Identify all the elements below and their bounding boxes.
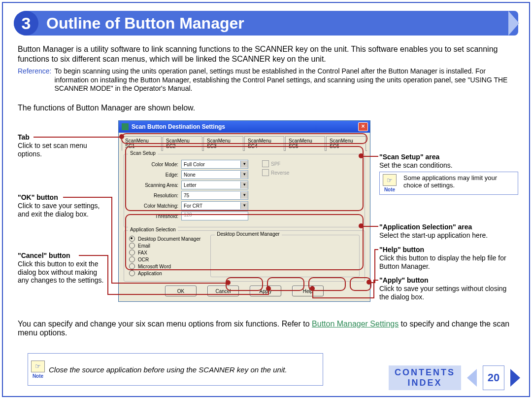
contents-index-box: CONTENTS INDEX bbox=[389, 365, 461, 390]
header-chevron-icon bbox=[508, 11, 519, 36]
scan-setup-legend: Scan Setup bbox=[128, 150, 158, 156]
callout-apply-desc: Click to save your settings without clos… bbox=[379, 285, 506, 301]
dot-ok bbox=[226, 280, 231, 285]
small-note-box: ☞ Note Some applications may limit your … bbox=[379, 172, 518, 195]
callout-cancel-desc: Click this button to exit the dialog box… bbox=[18, 260, 103, 285]
select-scan-area[interactable]: Letter▾ bbox=[181, 181, 248, 189]
radio-fax[interactable] bbox=[129, 250, 135, 255]
tab-sc5[interactable]: ScanMenu SC5 bbox=[285, 136, 325, 151]
label-color-matching: Color Matching: bbox=[129, 203, 178, 209]
callout-app-selection: "Application Selection" area Select the … bbox=[379, 223, 512, 240]
tab-sc2[interactable]: ScanMenu SC2 bbox=[163, 136, 202, 151]
prev-page-arrow-icon[interactable] bbox=[467, 369, 477, 387]
dropdown-arrow-icon: ▾ bbox=[240, 181, 248, 188]
select-resolution[interactable]: 75▾ bbox=[181, 191, 248, 200]
help-button[interactable]: Help bbox=[292, 286, 324, 296]
line-apply-h2 bbox=[373, 280, 378, 281]
app-preview-box: Desktop Document Manager bbox=[210, 235, 360, 277]
checkbox-reverse[interactable] bbox=[262, 169, 269, 176]
bottom-p1: You can specify and change your six scan… bbox=[18, 320, 312, 328]
callout-apply: "Apply" button Click to save your settin… bbox=[379, 276, 512, 301]
dialog-window: Scan Button Destination Settings × ScanM… bbox=[118, 120, 370, 302]
small-note-text: Some applications may limit your choice … bbox=[403, 174, 515, 192]
select-edge-value: None bbox=[184, 172, 196, 178]
line-ok-h2 bbox=[111, 283, 228, 284]
dot-scan bbox=[359, 153, 364, 158]
contents-link[interactable]: CONTENTS bbox=[395, 367, 455, 378]
line-ok-h1 bbox=[63, 197, 112, 198]
line-cancel-h2 bbox=[107, 294, 268, 295]
appsel-legend: Application Selection bbox=[128, 227, 178, 232]
line-cancel-v bbox=[107, 255, 108, 294]
radio-email[interactable] bbox=[129, 243, 135, 249]
radio-label-app: Application bbox=[138, 271, 162, 276]
big-note: ☞ Note Close the source application befo… bbox=[28, 353, 323, 386]
radio-label-email: Email bbox=[138, 243, 150, 249]
button-manager-settings-link[interactable]: Button Manager Settings bbox=[312, 320, 399, 328]
line-tab bbox=[33, 137, 121, 138]
footer-nav: CONTENTS INDEX 20 bbox=[389, 365, 520, 390]
close-icon[interactable]: × bbox=[358, 122, 368, 131]
line-help-h2 bbox=[374, 249, 378, 250]
dropdown-arrow-icon: ▾ bbox=[240, 161, 248, 168]
dot-apply bbox=[310, 286, 315, 291]
label-color-mode: Color Mode: bbox=[129, 162, 178, 167]
callout-app-desc: Select the start-up application here. bbox=[379, 231, 488, 239]
label-edge: Edge: bbox=[129, 172, 178, 178]
big-note-text: Close the source application before usin… bbox=[49, 365, 287, 374]
radio-label-ddm: Desktop Document Manager bbox=[138, 236, 200, 242]
callout-help-desc: Click this button to display the help fi… bbox=[379, 254, 506, 270]
callout-scan-setup: "Scan Setup" area Set the scan condition… bbox=[379, 153, 512, 170]
page-number: 20 bbox=[483, 365, 504, 390]
line-cancel-v2 bbox=[268, 288, 269, 295]
select-scan-area-value: Letter bbox=[184, 182, 197, 188]
index-link[interactable]: INDEX bbox=[395, 378, 455, 388]
input-threshold[interactable]: 128 bbox=[181, 212, 248, 220]
callout-ok-desc: Click to save your settings, and exit th… bbox=[18, 202, 100, 218]
reference-text: To begin scanning using the units operat… bbox=[54, 67, 514, 93]
next-page-arrow-icon[interactable] bbox=[510, 369, 520, 387]
callout-ok-title: "OK" button bbox=[18, 193, 58, 201]
callout-help-title: "Help" button bbox=[379, 246, 424, 254]
label-scan-area: Scanning Area: bbox=[129, 182, 178, 188]
tab-sc4[interactable]: ScanMenu SC4 bbox=[244, 136, 284, 151]
checkbox-spf[interactable] bbox=[262, 160, 269, 167]
dot-help bbox=[366, 280, 371, 285]
callout-scan-desc: Set the scan conditions. bbox=[379, 161, 453, 169]
note-label: Note bbox=[384, 187, 395, 192]
line-cancel-h1 bbox=[79, 255, 108, 256]
callout-app-title: "Application Selection" area bbox=[379, 223, 472, 231]
callout-help: "Help" button Click this button to displ… bbox=[379, 246, 512, 270]
select-edge[interactable]: None▾ bbox=[181, 170, 248, 179]
dropdown-arrow-icon: ▾ bbox=[240, 171, 248, 178]
radio-label-word: Microsoft Word bbox=[138, 264, 171, 269]
app-radio-group: Desktop Document Manager Email FAX OCR M… bbox=[129, 235, 200, 277]
line-ok-v bbox=[111, 197, 112, 283]
functions-text: The functions of Button Manager are show… bbox=[18, 104, 195, 112]
radio-app[interactable] bbox=[129, 270, 135, 276]
hand-icon: ☞ bbox=[383, 174, 397, 186]
tab-sc1[interactable]: ScanMenu SC1 bbox=[122, 136, 162, 151]
page-title: Outline of Button Manager bbox=[46, 14, 244, 33]
callout-apply-title: "Apply" button bbox=[379, 276, 429, 284]
select-color-mode[interactable]: Full Color▾ bbox=[181, 160, 248, 169]
radio-word[interactable] bbox=[129, 263, 135, 269]
tab-sc3[interactable]: ScanMenu SC3 bbox=[203, 136, 243, 151]
radio-ocr[interactable] bbox=[129, 256, 135, 262]
callout-scan-title: "Scan Setup" area bbox=[379, 153, 439, 161]
note-label: Note bbox=[33, 373, 43, 379]
radio-label-ocr: OCR bbox=[138, 257, 149, 262]
reference-label: Reference: bbox=[18, 67, 51, 93]
bottom-paragraph: You can specify and change your six scan… bbox=[18, 320, 514, 337]
select-resolution-value: 75 bbox=[184, 193, 189, 198]
callout-cancel-title: "Cancel" button bbox=[18, 252, 70, 259]
tab-sc6[interactable]: ScanMenu SC6 bbox=[326, 136, 366, 151]
callout-tab-title: Tab bbox=[18, 133, 30, 141]
dropdown-arrow-icon: ▾ bbox=[240, 202, 248, 209]
label-threshold: Threshold: bbox=[129, 214, 178, 219]
header-bar: 3 Outline of Button Manager bbox=[14, 11, 518, 36]
scan-setup-area: Scan Setup Color Mode:Full Color▾ Edge:N… bbox=[124, 154, 365, 227]
radio-ddm[interactable] bbox=[129, 236, 135, 242]
callout-cancel: "Cancel" button Click this button to exi… bbox=[18, 252, 106, 285]
select-color-matching[interactable]: For CRT▾ bbox=[181, 201, 248, 210]
